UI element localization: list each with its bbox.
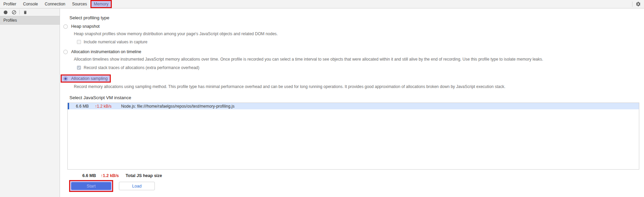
vm-allocation-rate: ↑1.2 kB/s (95, 104, 111, 109)
action-buttons: Start Load (69, 180, 639, 192)
devtools-window: Profiler Console Connection Sources Memo… (0, 0, 644, 197)
settings-gear-icon[interactable] (636, 1, 641, 7)
vm-heap-size: 6.6 MB (76, 104, 89, 109)
toolbar-divider (632, 2, 632, 7)
vm-instance-list: 6.6 MB ↑1.2 kB/s Node.js: file:///home/r… (67, 103, 639, 170)
vm-instance-heading: Select JavaScript VM instance (69, 95, 639, 100)
checkbox-checked-icon[interactable] (77, 66, 81, 70)
radio-selected-icon[interactable] (63, 76, 68, 81)
checkbox-label[interactable]: Include numerical values in capture (84, 40, 147, 44)
tab-connection[interactable]: Connection (41, 0, 69, 8)
start-button[interactable]: Start (71, 182, 111, 190)
profiling-type-heading: Select profiling type (69, 15, 639, 20)
radio-unselected-icon[interactable] (63, 50, 68, 54)
record-icon[interactable] (2, 9, 9, 16)
profiles-list-empty (0, 25, 60, 197)
tab-bar: Profiler Console Connection Sources Memo… (0, 0, 644, 8)
clear-icon[interactable] (10, 9, 18, 16)
memory-panel: Select profiling type Heap snapshot Heap… (60, 8, 644, 197)
total-heap-stats: 6.6 MB ↑1.2 kB/s Total JS heap size (82, 173, 639, 178)
option-label[interactable]: Heap snapshot (71, 24, 100, 29)
profiles-sidebar: Profiles (0, 8, 60, 197)
tab-sources[interactable]: Sources (69, 0, 90, 8)
option-description: Allocation timelines show instrumented J… (74, 57, 639, 62)
radio-option-allocation-sampling[interactable]: Allocation sampling (61, 74, 111, 83)
delete-icon[interactable] (21, 9, 29, 16)
total-heap-label: Total JS heap size (126, 173, 162, 178)
annotation-box-start: Start (69, 180, 113, 192)
tab-profiler[interactable]: Profiler (0, 0, 20, 8)
checkbox-label[interactable]: Record stack traces of allocations (extr… (84, 65, 200, 70)
vm-instance-row[interactable]: 6.6 MB ↑1.2 kB/s Node.js: file:///home/r… (68, 103, 639, 109)
option-label[interactable]: Allocation sampling (71, 76, 108, 81)
profiles-toolbar (0, 8, 60, 16)
radio-unselected-icon[interactable] (63, 24, 68, 29)
option-description: Heap snapshot profiles show memory distr… (74, 31, 639, 36)
total-heap-size: 6.6 MB (82, 173, 96, 178)
checkbox-record-stack-traces[interactable]: Record stack traces of allocations (extr… (77, 65, 639, 70)
total-allocation-rate: ↑1.2 kB/s (101, 173, 119, 178)
tab-console[interactable]: Console (20, 0, 41, 8)
profiles-section-header: Profiles (0, 16, 60, 25)
checkbox-include-numerical-values[interactable]: Include numerical values in capture (77, 40, 639, 44)
radio-option-allocation-instrumentation[interactable]: Allocation instrumentation on timeline (63, 49, 639, 54)
tab-memory[interactable]: Memory (90, 0, 112, 8)
load-button[interactable]: Load (119, 182, 155, 190)
option-description: Record memory allocations using sampling… (74, 84, 639, 89)
option-label[interactable]: Allocation instrumentation on timeline (71, 49, 141, 54)
checkbox-unchecked-icon[interactable] (77, 40, 81, 44)
tabbar-right-controls (632, 1, 644, 7)
vm-instance-name: Node.js: file:///home/rafaelgss/repos/os… (121, 104, 234, 109)
toolbar-divider (19, 10, 20, 15)
radio-option-heap-snapshot[interactable]: Heap snapshot (63, 24, 639, 29)
